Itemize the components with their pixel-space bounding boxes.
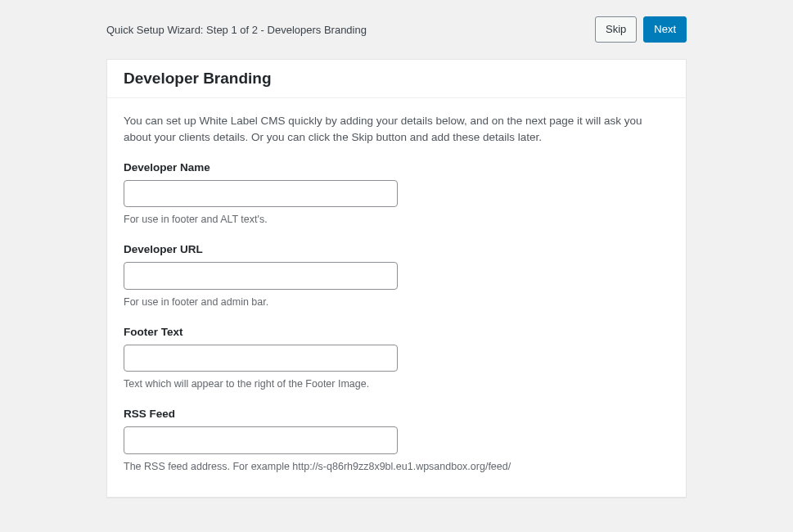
wizard-actions: Skip Next (595, 16, 687, 43)
branding-panel: Developer Branding You can set up White … (106, 59, 687, 498)
intro-text: You can set up White Label CMS quickly b… (124, 113, 669, 147)
footer-text-input[interactable] (124, 345, 398, 372)
rss-feed-label: RSS Feed (124, 408, 669, 420)
rss-feed-group: RSS Feed The RSS feed address. For examp… (124, 408, 669, 472)
wizard-header: Quick Setup Wizard: Step 1 of 2 - Develo… (0, 0, 793, 59)
developer-name-input[interactable] (124, 180, 398, 208)
developer-name-label: Developer Name (124, 161, 669, 174)
panel-header: Developer Branding (107, 60, 686, 98)
footer-text-help: Text which will appear to the right of t… (124, 378, 669, 390)
developer-name-group: Developer Name For use in footer and ALT… (124, 161, 669, 226)
footer-text-label: Footer Text (124, 326, 669, 338)
next-button[interactable]: Next (643, 16, 687, 43)
developer-url-group: Developer URL For use in footer and admi… (124, 243, 669, 308)
footer-text-group: Footer Text Text which will appear to th… (124, 326, 669, 390)
developer-url-label: Developer URL (124, 243, 669, 255)
skip-button[interactable]: Skip (595, 16, 637, 43)
panel-body: You can set up White Label CMS quickly b… (107, 98, 686, 497)
wizard-step-title: Quick Setup Wizard: Step 1 of 2 - Develo… (106, 24, 367, 36)
rss-feed-input[interactable] (124, 426, 398, 454)
developer-url-input[interactable] (124, 262, 398, 290)
panel-title: Developer Branding (124, 70, 669, 88)
developer-name-help: For use in footer and ALT text's. (124, 214, 669, 225)
rss-feed-help: The RSS feed address. For example http:/… (124, 461, 669, 472)
developer-url-help: For use in footer and admin bar. (124, 296, 669, 308)
